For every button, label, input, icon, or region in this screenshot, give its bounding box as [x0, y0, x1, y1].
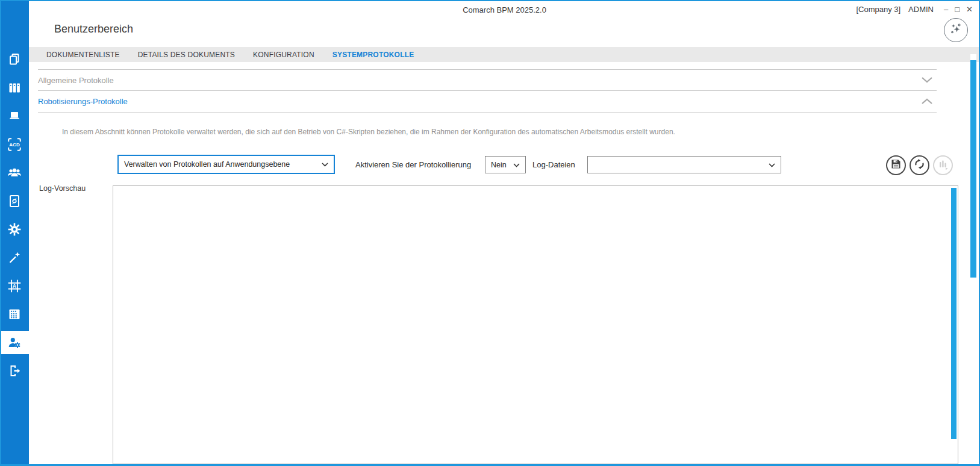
log-preview-label: Log-Vorschau — [39, 184, 86, 193]
user-label: ADMIN — [908, 5, 934, 14]
sidebar: ACD A — [0, 0, 29, 466]
log-scope-select[interactable]: Verwalten von Protokollen auf Anwendungs… — [117, 155, 335, 174]
company-label: [Company 3] — [856, 5, 900, 14]
chevron-down-icon — [921, 75, 933, 85]
tab-details-des-dokuments[interactable]: DETAILS DES DOKUMENTS — [138, 51, 235, 59]
laptop-icon — [7, 109, 22, 123]
binders-icon — [7, 81, 22, 95]
sidebar-item-logout[interactable] — [0, 359, 29, 382]
log-follow-button[interactable] — [933, 155, 953, 175]
logging-enabled-select-value: Nein — [491, 161, 507, 169]
sidebar-item-acd[interactable]: ACD — [0, 133, 29, 156]
section-title: Robotisierungs-Protokolle — [38, 97, 128, 106]
sidebar-item-documents[interactable] — [0, 48, 29, 71]
page-title: Benutzerbereich — [54, 23, 133, 36]
log-files-select[interactable] — [587, 156, 781, 173]
sidebar-item-templates[interactable]: A — [0, 275, 29, 297]
titlebar: Comarch BPM 2025.2.0 — [29, 0, 980, 20]
acd-text: ACD — [9, 142, 20, 148]
app-title: Comarch BPM 2025.2.0 — [29, 5, 980, 14]
sidebar-item-user-settings[interactable] — [0, 331, 29, 354]
save-icon — [891, 159, 901, 172]
sparkles-icon — [947, 20, 965, 40]
ai-assistant-button[interactable] — [944, 18, 968, 42]
log-files-label: Log-Dateien — [532, 155, 575, 174]
tab-dokumentenliste[interactable]: DOKUMENTENLISTE — [46, 51, 120, 59]
documents-icon — [7, 52, 22, 67]
log-preview-area[interactable] — [113, 185, 958, 464]
settings-gear-icon — [7, 222, 22, 237]
sidebar-item-settings[interactable] — [0, 218, 29, 241]
minimize-icon[interactable]: – — [944, 5, 948, 14]
sections-list: Allgemeine Protokolle Robotisierungs-Pro… — [38, 69, 937, 113]
sidebar-item-document-sync[interactable] — [0, 190, 29, 213]
acd-scan-icon: ACD — [7, 137, 22, 152]
sidebar-item-wizard[interactable] — [0, 246, 29, 269]
chevron-up-icon — [921, 96, 933, 107]
user-settings-icon — [7, 335, 22, 350]
refresh-icon — [914, 158, 925, 172]
section-title: Allgemeine Protokolle — [38, 76, 114, 85]
refresh-button[interactable] — [910, 155, 929, 175]
logout-door-icon — [7, 364, 22, 378]
calendar-icon — [7, 307, 22, 322]
sidebar-item-archive[interactable] — [0, 76, 29, 99]
magic-wand-icon — [7, 250, 22, 265]
close-icon[interactable]: ✕ — [966, 5, 973, 14]
artboard-text: A — [13, 283, 17, 289]
tab-konfiguration[interactable]: KONFIGURATION — [253, 51, 314, 59]
section-header-allgemeine-protokolle[interactable]: Allgemeine Protokolle — [38, 69, 937, 90]
logging-enabled-select[interactable]: Nein — [485, 156, 526, 173]
tab-systemprotokolle[interactable]: SYSTEMPROTOKOLLE — [332, 51, 414, 59]
section-header-robotisierungs-protokolle[interactable]: Robotisierungs-Protokolle — [38, 90, 937, 113]
sidebar-item-users-groups[interactable] — [0, 161, 29, 184]
log-scope-select-value: Verwalten von Protokollen auf Anwendungs… — [124, 160, 290, 169]
chevron-down-icon — [322, 160, 328, 169]
page-scrollbar-track[interactable] — [970, 54, 976, 464]
chevron-down-icon — [769, 161, 775, 169]
save-button[interactable] — [886, 155, 906, 175]
artboard-a-icon: A — [7, 278, 22, 294]
logging-enabled-label: Aktivieren Sie der Protokollierung — [355, 155, 471, 174]
section-description: In diesem Abschnitt können Protokolle ve… — [62, 128, 675, 136]
sidebar-item-workstation[interactable] — [0, 105, 29, 128]
document-sync-icon — [7, 194, 22, 208]
equalizer-arrow-icon — [938, 159, 949, 172]
maximize-icon[interactable]: □ — [955, 5, 960, 14]
sidebar-item-calendar[interactable] — [0, 303, 29, 326]
tab-bar: DOKUMENTENLISTE DETAILS DES DOKUMENTS KO… — [29, 47, 979, 62]
page-scrollbar-thumb[interactable] — [970, 60, 976, 278]
chevron-down-icon — [513, 161, 520, 169]
log-preview-scrollbar-thumb[interactable] — [951, 188, 957, 439]
log-toolbar — [886, 155, 953, 175]
users-group-icon — [7, 165, 22, 181]
